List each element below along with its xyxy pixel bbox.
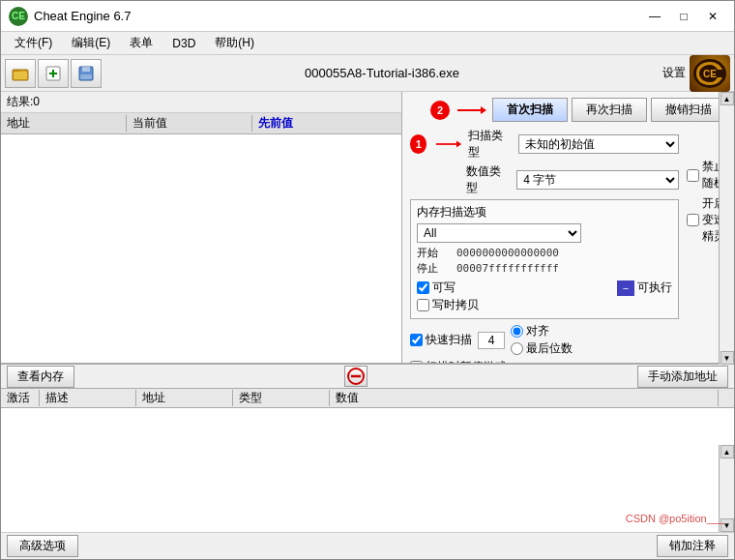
start-label: 开始 <box>417 246 451 260</box>
fast-scan-checkbox-label[interactable]: 快速扫描 <box>410 332 472 348</box>
advanced-options-button[interactable]: 高级选项 <box>7 535 78 557</box>
delete-icon-button[interactable] <box>344 366 368 387</box>
writable-label: 可写 <box>432 280 456 296</box>
value-type-row: 数值类型 4 字节 1 字节 2 字节 8 字节 <box>410 163 679 196</box>
menu-help[interactable]: 帮助(H) <box>205 32 264 54</box>
svg-marker-12 <box>481 106 486 114</box>
align-label: 对齐 <box>526 323 549 339</box>
close-button[interactable]: ✕ <box>699 6 726 27</box>
cancel-scan-button[interactable]: 撤销扫描 <box>651 98 726 122</box>
scroll-up-btn[interactable]: ▲ <box>720 92 734 105</box>
stop-addr-row: 停止 00007fffffffffff <box>417 261 672 276</box>
col-header-address: 地址 <box>1 115 127 132</box>
toolbar: 000055A8-Tutorial-i386.exe 设置 CE <box>1 55 734 92</box>
scan-area: 结果:0 地址 当前值 先前值 2 <box>1 92 734 364</box>
last-digit-radio-label[interactable]: 最后位数 <box>511 340 573 357</box>
title-bar: CE Cheat Engine 6.7 — □ ✕ <box>1 1 734 32</box>
maximize-button[interactable]: □ <box>670 6 697 27</box>
add-note-button[interactable]: 销加注释 <box>657 535 728 557</box>
svg-rect-7 <box>82 67 90 72</box>
ce-logo: CE <box>690 55 730 92</box>
annotation-arrow-2 <box>457 103 486 117</box>
col-header-previous: 先前值 <box>252 115 378 132</box>
col-active-header: 激活 <box>1 390 40 406</box>
stop-value: 00007fffffffffff <box>456 262 559 275</box>
copy-on-write-row: 写时拷贝 <box>417 297 672 313</box>
value-type-label: 数值类型 <box>466 163 507 196</box>
fast-scan-input[interactable] <box>478 332 505 349</box>
writable-checkbox[interactable] <box>417 281 429 294</box>
start-value: 0000000000000000 <box>456 247 559 259</box>
stop-label: 停止 <box>417 261 451 276</box>
col-header-current: 当前值 <box>127 115 252 132</box>
watermark: CSDN @po5ition___ <box>626 513 724 524</box>
next-scan-button[interactable]: 再次扫描 <box>572 98 647 122</box>
pause-game-label[interactable]: 扫描时暂停游戏 <box>410 359 507 363</box>
menu-table[interactable]: 表单 <box>120 32 162 54</box>
fast-scan-checkbox[interactable] <box>410 334 423 346</box>
target-process-label: 000055A8-Tutorial-i386.exe <box>102 66 662 80</box>
align-radio[interactable] <box>511 325 523 338</box>
addr-table-header: 激活 描述 地址 类型 数值 <box>1 389 734 408</box>
last-digit-label: 最后位数 <box>526 340 573 357</box>
new-button[interactable] <box>38 59 69 88</box>
addr-scroll-up-btn[interactable]: ▲ <box>720 445 734 458</box>
copy-on-write-label[interactable]: 写时拷贝 <box>417 297 479 313</box>
scan-type-select[interactable]: 未知的初始值 精确数值 比之前增加 比之前减少 <box>518 134 680 154</box>
menu-bar: 文件(F) 编辑(E) 表单 D3D 帮助(H) <box>1 32 734 55</box>
memory-scan-box: 内存扫描选项 All Writable 开始 0000000000000000 <box>410 199 679 319</box>
col-val-header: 数值 <box>330 390 719 406</box>
scan-type-label: 扫描类型 <box>468 128 509 161</box>
menu-file[interactable]: 文件(F) <box>5 32 62 54</box>
svg-rect-8 <box>80 74 92 79</box>
pause-game-text: 扫描时暂停游戏 <box>426 359 507 363</box>
col-type-header: 类型 <box>233 390 330 406</box>
pause-game-row: 扫描时暂停游戏 <box>410 359 679 363</box>
settings-label: 设置 <box>662 65 686 81</box>
open-button[interactable] <box>5 59 36 88</box>
bottom-bar: 高级选项 销加注释 <box>1 532 734 559</box>
disable-random-checkbox[interactable] <box>687 169 699 182</box>
memory-scan-title: 内存扫描选项 <box>417 204 672 221</box>
align-radio-label[interactable]: 对齐 <box>511 323 573 339</box>
fast-scan-row: 快速扫描 对齐 最后位数 <box>410 323 679 357</box>
annotation-badge-2: 2 <box>430 101 450 120</box>
window-controls: — □ ✕ <box>641 6 726 27</box>
results-scrollbar[interactable]: ▲ ▼ <box>719 92 734 365</box>
save-button[interactable] <box>71 59 102 88</box>
minimize-button[interactable]: — <box>641 6 668 27</box>
scan-type-row: 1 扫描类型 未知的初始值 精确数值 比之前增加 比之前减少 <box>410 128 679 161</box>
annotation-badge-1: 1 <box>410 134 426 154</box>
results-table-header: 地址 当前值 先前值 <box>1 113 401 134</box>
writable-checkbox-label[interactable]: 可写 <box>417 280 456 296</box>
scroll-down-btn[interactable]: ▼ <box>720 351 734 365</box>
value-type-select[interactable]: 4 字节 1 字节 2 字节 8 字节 <box>516 170 679 190</box>
enable-speed-checkbox[interactable] <box>687 214 699 226</box>
col-addr-header: 地址 <box>136 390 233 406</box>
svg-rect-2 <box>14 72 27 79</box>
app-icon: CE <box>9 7 28 26</box>
align-radio-group: 对齐 最后位数 <box>511 323 573 357</box>
results-table-body <box>1 134 401 363</box>
pause-game-checkbox[interactable] <box>410 361 423 363</box>
view-memory-button[interactable]: 查看内存 <box>7 366 74 388</box>
memory-scan-dropdown[interactable]: All Writable <box>417 223 581 243</box>
menu-d3d[interactable]: D3D <box>162 32 205 54</box>
menu-edit[interactable]: 编辑(E) <box>62 32 120 54</box>
writable-row: 可写 − 可执行 <box>417 280 672 296</box>
svg-marker-14 <box>456 141 461 148</box>
scan-buttons-row: 2 首次扫描 再次扫描 撤销扫描 <box>410 98 726 122</box>
result-count: 结果:0 <box>1 92 401 113</box>
scan-options-inner: 1 扫描类型 未知的初始值 精确数值 比之前增加 比之前减少 <box>410 128 726 363</box>
start-addr-row: 开始 0000000000000000 <box>417 246 672 260</box>
copy-on-write-checkbox[interactable] <box>417 299 429 311</box>
results-panel: 结果:0 地址 当前值 先前值 <box>1 92 402 363</box>
executable-checkbox-label[interactable]: − 可执行 <box>615 280 672 296</box>
last-digit-radio[interactable] <box>511 342 523 355</box>
manual-add-button[interactable]: 手动添加地址 <box>637 366 728 388</box>
svg-text:CE: CE <box>703 69 717 79</box>
first-scan-button[interactable]: 首次扫描 <box>492 98 568 122</box>
scan-opts-left: 1 扫描类型 未知的初始值 精确数值 比之前增加 比之前减少 <box>410 128 679 363</box>
fast-scan-label: 快速扫描 <box>426 332 472 348</box>
minus-button[interactable]: − <box>617 280 634 296</box>
